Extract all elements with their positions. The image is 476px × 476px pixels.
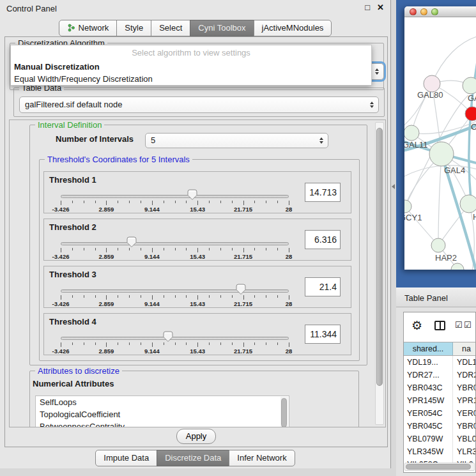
column-header-name[interactable]: na <box>453 342 476 355</box>
attribute-item-selfloops[interactable]: SelfLoops <box>36 396 289 408</box>
tab-label: Cyni Toolbox <box>198 23 245 33</box>
cell-name[interactable]: YLR3 <box>453 445 476 458</box>
tab-style[interactable]: Style <box>116 20 151 36</box>
threshold-value-field[interactable]: 6.316 <box>305 230 341 249</box>
algorithm-option-equal-width[interactable]: Equal Width/Frequency Discretization <box>11 73 371 85</box>
threshold-value-field[interactable]: 14.713 <box>305 183 341 202</box>
slider-tick-labels: -3.4262.8599.14415.4321.71528 <box>61 348 289 354</box>
cell-shared-name[interactable]: YER054C <box>404 407 453 420</box>
network-node-c[interactable] <box>465 107 476 121</box>
slider-track[interactable] <box>61 289 289 293</box>
table-row[interactable]: YPR145WYPR1 <box>404 394 476 407</box>
close-icon[interactable]: ✕ <box>377 3 384 12</box>
table-row[interactable]: YLR345WYLR3 <box>404 445 476 458</box>
cell-name[interactable]: YDL1 <box>453 356 476 369</box>
network-node-gcy1[interactable] <box>404 200 411 213</box>
network-node-gal4[interactable] <box>429 142 454 166</box>
network-node-ga[interactable] <box>463 77 476 94</box>
close-traffic-light-icon[interactable] <box>410 8 417 15</box>
cell-name[interactable]: YBL0 <box>453 433 476 445</box>
cyni-toolbox-panel: Discretization Algorithm Select algorith… <box>4 36 388 447</box>
tab-discretize-data[interactable]: Discretize Data <box>157 450 229 466</box>
screen: Control Panel □ ✕ NetworkStyleSelectCyni… <box>0 0 476 476</box>
algorithm-option-manual[interactable]: Manual Discretization <box>11 61 371 73</box>
zoom-traffic-light-icon[interactable] <box>431 8 438 15</box>
table-row[interactable]: YBL079WYBL0 <box>404 433 476 445</box>
network-edge[interactable] <box>411 121 476 134</box>
network-edge[interactable] <box>438 154 441 245</box>
splitter-collapse-icon[interactable] <box>392 184 395 189</box>
network-node[interactable] <box>451 263 464 270</box>
attributes-list-scrollbar[interactable] <box>280 397 288 427</box>
network-edge[interactable] <box>432 36 476 84</box>
network-node-h[interactable] <box>460 195 476 213</box>
right-region: GAL80GACGAL11GAL4GCY1HHAP2 Table Panel ⚙… <box>396 0 476 476</box>
scrollbar-thumb[interactable] <box>281 398 287 427</box>
gear-icon[interactable]: ⚙ <box>411 318 422 333</box>
slider-track[interactable] <box>61 337 289 340</box>
tab-cyni-toolbox[interactable]: Cyni Toolbox <box>190 20 254 36</box>
cell-shared-name[interactable]: YDL19... <box>404 356 453 369</box>
cell-name[interactable]: YBR0 <box>453 381 476 394</box>
cell-name[interactable]: YBR0 <box>453 420 476 433</box>
slider-thumb[interactable] <box>236 284 246 295</box>
number-of-intervals-value: 5 <box>151 135 155 145</box>
cell-shared-name[interactable]: YBR043C <box>404 381 453 394</box>
attribute-item-betweennesscentrality[interactable]: BetweennessCentrality <box>36 420 289 427</box>
table-row[interactable]: YBR045CYBR0 <box>404 420 476 433</box>
cell-name[interactable]: YDR2 <box>453 369 476 381</box>
table-row[interactable]: YDR27...YDR2 <box>404 369 476 381</box>
threshold-panel-1: Threshold 1-3.4262.8599.14415.4321.71528… <box>43 171 351 213</box>
threshold-panel-4: Threshold 4-3.4262.8599.14415.4321.71528… <box>43 313 351 355</box>
tab-impute-data[interactable]: Impute Data <box>95 450 157 466</box>
slider-ticks <box>61 342 289 347</box>
slider-thumb[interactable] <box>163 331 173 342</box>
table-row[interactable]: YBR043CYBR0 <box>404 381 476 394</box>
slider-thumb[interactable] <box>187 189 197 201</box>
slider-track[interactable] <box>61 242 289 245</box>
tick-label: 15.43 <box>190 253 205 260</box>
threshold-value-field[interactable]: 21.4 <box>305 277 341 296</box>
slider-track[interactable] <box>61 195 289 198</box>
cell-name[interactable]: YPR1 <box>453 394 476 407</box>
slider-thumb[interactable] <box>127 236 137 248</box>
network-node-hap2[interactable] <box>431 238 445 252</box>
checkbox-icon[interactable]: ☑ <box>464 320 472 330</box>
scrollbar-thumb[interactable] <box>376 128 383 386</box>
number-of-intervals-combobox[interactable]: 5 <box>145 133 328 148</box>
panel-splitter[interactable] <box>391 0 396 476</box>
tab-jactivemnodules[interactable]: jActiveMNodules <box>254 20 332 36</box>
cell-name[interactable]: YER0 <box>453 407 476 420</box>
settings-vertical-scrollbar[interactable] <box>375 122 384 425</box>
network-node-gal11[interactable] <box>404 125 419 141</box>
tick-label: -3.426 <box>52 206 70 213</box>
tab-select[interactable]: Select <box>151 20 190 36</box>
threshold-label: Threshold 4 <box>49 317 96 326</box>
cell-shared-name[interactable]: YLR345W <box>404 445 453 458</box>
algorithm-prompt-item[interactable]: Select algorithm to view settings <box>11 45 371 61</box>
checkbox-icon[interactable]: ☑ <box>455 320 463 330</box>
table-row[interactable]: YER054CYER0 <box>404 407 476 420</box>
tick-label: 15.43 <box>190 206 205 213</box>
table-row[interactable]: YDL19...YDL1 <box>404 356 476 369</box>
cell-shared-name[interactable]: YBL079W <box>404 433 453 445</box>
cell-shared-name[interactable]: YPR145W <box>404 394 453 407</box>
attributes-group-title: Attributes to discretize <box>35 366 122 376</box>
network-canvas[interactable]: GAL80GACGAL11GAL4GCY1HHAP2 <box>404 17 476 270</box>
threshold-value-field[interactable]: 11.344 <box>305 325 341 344</box>
cell-shared-name[interactable]: YDR27... <box>404 369 453 381</box>
table-horizontal-scrollbar[interactable] <box>404 463 475 471</box>
threshold-label: Threshold 3 <box>49 270 96 279</box>
attribute-item-topologicalcoefficient[interactable]: TopologicalCoefficient <box>36 408 289 420</box>
tab-infer-network[interactable]: Infer Network <box>229 450 295 466</box>
scrollbar-thumb[interactable] <box>406 464 471 470</box>
tab-network[interactable]: Network <box>59 20 118 36</box>
split-columns-icon[interactable] <box>434 321 445 330</box>
top-tab-bar: NetworkStyleSelectCyni ToolboxjActiveMNo… <box>0 20 390 36</box>
float-window-icon[interactable]: □ <box>365 3 370 12</box>
column-header-shared-name[interactable]: shared... <box>404 342 453 355</box>
table-data-combobox[interactable]: galFiltered.sif default node <box>19 96 379 113</box>
minimize-traffic-light-icon[interactable] <box>420 8 427 15</box>
apply-button[interactable]: Apply <box>176 429 217 444</box>
cell-shared-name[interactable]: YBR045C <box>404 420 453 433</box>
